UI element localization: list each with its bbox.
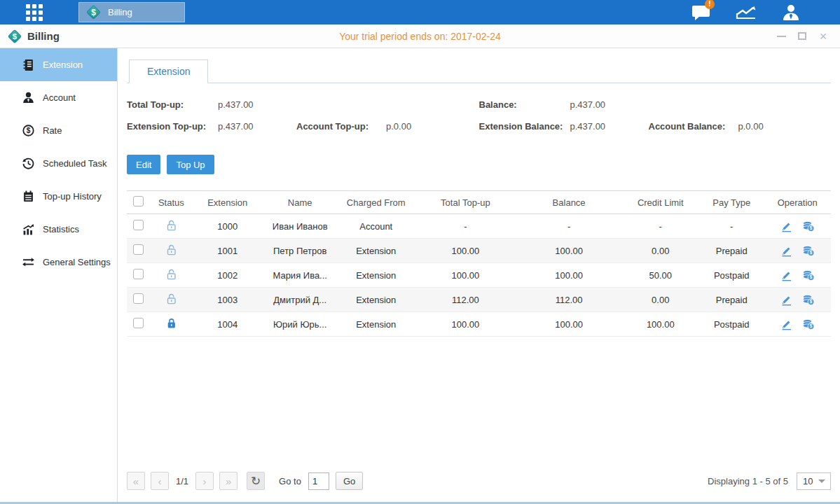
row-checkbox[interactable] <box>133 244 144 255</box>
account-balance-label: Account Balance: <box>649 121 738 132</box>
extension-book-icon <box>22 59 35 71</box>
sidebar-item-label: General Settings <box>43 257 111 267</box>
edit-row-icon[interactable] <box>780 220 792 232</box>
sidebar-item-label: Top-up History <box>43 191 102 202</box>
row-checkbox[interactable] <box>133 293 144 304</box>
cell-name: Петр Петров <box>263 239 338 263</box>
locked-status-icon <box>165 321 177 331</box>
cell-charged-from: Extension <box>337 288 415 312</box>
cell-total-topup: - <box>415 214 516 239</box>
cell-pay-type: Prepaid <box>699 239 764 263</box>
sidebar-item-extension[interactable]: Extension <box>0 48 117 81</box>
cell-name: Мария Ива... <box>263 263 338 288</box>
unlocked-status-icon <box>165 293 177 304</box>
previous-page-button[interactable]: ‹ <box>151 472 169 490</box>
account-topup-label: Account Top-up: <box>296 121 386 132</box>
last-page-button[interactable]: » <box>219 472 237 490</box>
cell-extension: 1003 <box>192 288 263 312</box>
page-indicator: 1/1 <box>176 476 188 486</box>
edit-row-icon[interactable] <box>780 270 792 281</box>
top-up-row-icon[interactable] <box>802 245 815 256</box>
account-balance-value: p.0.00 <box>738 121 764 132</box>
account-topup-value: p.0.00 <box>386 121 411 132</box>
user-account-icon[interactable] <box>779 4 803 22</box>
header-charged-from: Charged From <box>337 191 415 214</box>
refresh-icon[interactable]: ↻ <box>247 472 265 490</box>
row-checkbox[interactable] <box>133 318 144 328</box>
statistics-chart-icon[interactable] <box>734 4 758 22</box>
goto-page-input[interactable] <box>308 472 329 490</box>
total-topup-value: p.437.00 <box>218 99 254 110</box>
cell-pay-type: - <box>699 214 764 239</box>
top-up-row-icon[interactable] <box>802 220 815 232</box>
balance-value: p.437.00 <box>570 99 606 110</box>
top-up-row-icon[interactable] <box>802 294 815 305</box>
first-page-button[interactable]: « <box>127 472 145 490</box>
select-all-checkbox[interactable] <box>133 196 144 206</box>
cell-credit-limit: 50.00 <box>621 263 699 288</box>
top-up-row-icon[interactable] <box>802 270 815 281</box>
edit-row-icon[interactable] <box>780 294 792 306</box>
edit-button[interactable]: Edit <box>127 155 160 174</box>
next-page-button[interactable]: › <box>195 472 214 490</box>
unlocked-status-icon <box>165 244 177 255</box>
sidebar-item-general-settings[interactable]: General Settings <box>0 246 117 279</box>
maximize-button[interactable] <box>795 29 809 43</box>
cell-total-topup: 112.00 <box>415 288 516 312</box>
row-checkbox[interactable] <box>133 220 144 230</box>
cell-balance: 100.00 <box>516 312 622 337</box>
cell-extension: 1001 <box>192 239 263 263</box>
displaying-text: Displaying 1 - 5 of 5 <box>708 476 788 486</box>
unlocked-status-icon <box>165 268 177 280</box>
page-size-value: 10 <box>803 476 813 486</box>
sidebar-item-rate[interactable]: $ Rate <box>0 114 117 147</box>
sidebar-item-statistics[interactable]: Statistics <box>0 213 117 246</box>
app-launcher-icon[interactable] <box>26 4 44 21</box>
window-title: Billing <box>27 30 60 42</box>
cell-charged-from: Account <box>337 214 415 239</box>
page-size-select[interactable]: 10 <box>797 472 831 490</box>
sidebar-item-scheduled-task[interactable]: Scheduled Task <box>0 147 117 180</box>
balance-label: Balance: <box>479 99 570 110</box>
extension-topup-value: p.437.00 <box>218 121 296 132</box>
cell-charged-from: Extension <box>337 239 415 263</box>
pagination-bar: « ‹ 1/1 › » ↻ Go to Go Displaying 1 - 5 … <box>127 472 831 490</box>
messages-icon[interactable]: ! <box>689 4 713 22</box>
edit-row-icon[interactable] <box>780 318 792 330</box>
table-row: 1001 Петр Петров Extension 100.00 100.00… <box>127 239 831 263</box>
cell-total-topup: 100.00 <box>415 312 516 337</box>
go-button[interactable]: Go <box>336 472 363 490</box>
cell-balance: 112.00 <box>516 288 622 312</box>
minimize-button[interactable] <box>774 29 788 43</box>
cell-name: Иван Иванов <box>263 214 338 239</box>
sidebar-item-topup-history[interactable]: Top-up History <box>0 180 117 213</box>
chevron-down-icon <box>818 479 825 483</box>
top-app-bar: Billing ! <box>0 0 840 24</box>
cell-credit-limit: 100.00 <box>621 312 699 337</box>
billing-diamond-icon <box>7 29 22 44</box>
header-balance: Balance <box>516 191 622 214</box>
tab-extension[interactable]: Extension <box>129 59 208 83</box>
sidebar-item-label: Scheduled Task <box>43 158 107 169</box>
table-row: 1003 Дмитрий Д... Extension 112.00 112.0… <box>127 288 831 312</box>
edit-row-icon[interactable] <box>780 245 792 257</box>
table-row: 1000 Иван Иванов Account - - - - <box>127 214 831 239</box>
extension-topup-label: Extension Top-up: <box>127 121 218 132</box>
table-header-row: Status Extension Name Charged From Total… <box>127 191 831 214</box>
cell-total-topup: 100.00 <box>415 263 516 288</box>
extension-balance-label: Extension Balance: <box>479 121 570 132</box>
sidebar: Extension Account $ Rate <box>0 48 118 502</box>
sidebar-item-label: Extension <box>43 59 83 70</box>
app-tab-label: Billing <box>108 7 132 18</box>
table-row: 1004 Юрий Юрь... Extension 100.00 100.00… <box>127 312 831 337</box>
app-tab-billing[interactable]: Billing <box>78 2 185 22</box>
sidebar-item-account[interactable]: Account <box>0 81 117 114</box>
header-total-topup: Total Top-up <box>415 191 516 214</box>
top-up-button[interactable]: Top Up <box>167 155 214 174</box>
row-checkbox[interactable] <box>133 269 144 279</box>
header-pay-type: Pay Type <box>699 191 764 214</box>
extension-table: Status Extension Name Charged From Total… <box>127 190 831 337</box>
top-up-row-icon[interactable] <box>802 318 815 330</box>
tab-extension-label: Extension <box>147 66 190 77</box>
close-button[interactable]: × <box>816 29 830 43</box>
